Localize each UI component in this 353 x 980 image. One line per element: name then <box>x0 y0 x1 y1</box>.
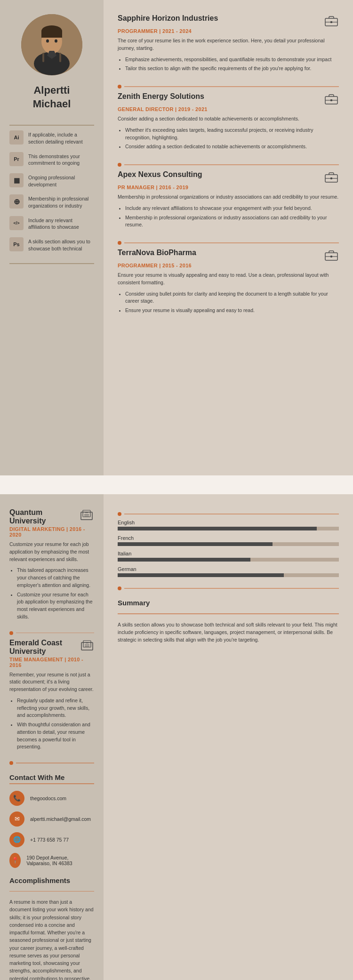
lang-item-1: French <box>118 535 339 546</box>
contact-email: ✉ alpertti.michael@gmail.com <box>9 811 94 827</box>
edu-dot-divider-0 <box>9 631 94 635</box>
job-desc-2: Membership in professional organizations… <box>118 193 339 201</box>
edu-icon-1 <box>80 639 94 652</box>
dot-bar-2 <box>124 242 339 243</box>
lang-bar-bg-2 <box>118 558 339 562</box>
job-entry-2: Apex Nexus Consulting PR MANAGER | 2016 … <box>118 170 339 229</box>
summary-section: Summary A skills section allows you to s… <box>118 599 339 643</box>
briefcase-icon-3 <box>324 249 339 262</box>
briefcase-icon-1 <box>324 92 339 105</box>
bullet-1-0: Whether it's exceeding sales targets, le… <box>125 127 339 142</box>
lang-bar-bg-1 <box>118 542 339 546</box>
right-dot-bar-top <box>124 514 339 514</box>
right-dot-divider-top <box>118 512 339 516</box>
edu-dot-divider-1 <box>9 761 94 765</box>
lang-label-2: Italian <box>118 551 339 556</box>
accomplishments-text: A resume is more than just a document li… <box>9 898 94 980</box>
job-role-0: PROGRAMMER | 2021 - 2024 <box>118 28 339 34</box>
lang-item-0: English <box>118 520 339 530</box>
location-icon: 📍 <box>9 853 21 868</box>
job-header-2: Apex Nexus Consulting <box>118 170 339 184</box>
svg-rect-13 <box>330 21 332 23</box>
svg-rect-9 <box>42 53 44 62</box>
contact-website: 📞 thegoodocs.com <box>9 791 94 806</box>
job-company-0: Sapphire Horizon Industries <box>118 14 218 23</box>
edu-dot-bar-1 <box>16 763 94 763</box>
bullet-3-1: Ensure your resume is visually appealing… <box>125 307 339 314</box>
contact-address-text: 190 Depot Avenue, Valparaiso, IN 46383 <box>26 855 94 866</box>
skill-icon-code: </> <box>9 216 24 230</box>
page-2: Quantum University DIGITAL MARKETING | 2… <box>0 494 353 980</box>
briefcase-icon-0 <box>324 14 339 27</box>
job-bullets-1: Whether it's exceeding sales targets, le… <box>118 127 339 151</box>
job-role-3: PROGRAMMER | 2015 - 2016 <box>118 263 339 268</box>
bullet-2-1: Membership in professional organizations… <box>125 214 339 229</box>
job-entry-1: Zenith Energy Solutions GENERAL DIRECTOR… <box>118 92 339 151</box>
skill-text-1: This demonstrates your commitment to ong… <box>28 152 94 167</box>
edu-degree-0: DIGITAL MARKETING | 2016 - 2020 <box>9 526 94 538</box>
svg-point-6 <box>46 40 49 43</box>
edu-dot-0 <box>9 631 13 635</box>
skill-item-1: Pr This demonstrates your commitment to … <box>9 152 94 167</box>
lang-label-3: German <box>118 566 339 572</box>
dot-0 <box>118 85 121 88</box>
job-company-3: TerraNova BioPharma <box>118 249 196 257</box>
main-content: Sapphire Horizon Industries PROGRAMMER |… <box>104 0 353 475</box>
dot-bar-0 <box>124 86 339 87</box>
edu-bullet-0-1: Customize your resume for each job appli… <box>17 591 94 621</box>
job-role-1: GENERAL DIRECTOR | 2019 - 2021 <box>118 106 339 112</box>
sidebar-divider-bottom <box>9 263 94 264</box>
edu-entry-1: Emerald Coast University TIME MANAGEMENT… <box>9 639 94 751</box>
bullet-0-0: Emphasize achievements, responsibilities… <box>125 56 339 64</box>
contact-phone: 🌐 +1 773 658 75 77 <box>9 832 94 847</box>
lang-label-0: English <box>118 520 339 525</box>
svg-rect-5 <box>41 31 62 38</box>
summary-title: Summary <box>118 599 339 607</box>
main-content-2: English French Italian German <box>104 494 353 980</box>
job-company-2: Apex Nexus Consulting <box>118 170 202 179</box>
skill-icon-pr: Pr <box>9 152 24 166</box>
edu-degree-1: TIME MANAGEMENT | 2010 - 2016 <box>9 657 94 668</box>
job-company-1: Zenith Energy Solutions <box>118 92 204 101</box>
skill-icon-figma: ⊕ <box>9 194 24 209</box>
job-entry-3: TerraNova BioPharma PROGRAMMER | 2015 - … <box>118 249 339 314</box>
skill-item-2: ▦ Ongoing professional development <box>9 173 94 188</box>
edu-icon-0 <box>80 508 94 522</box>
skill-icon-ai: Ai <box>9 130 24 145</box>
avatar <box>21 14 82 75</box>
edu-bullets-0: This tailored approach increases your ch… <box>9 567 94 620</box>
skill-icon-ps: Ps <box>9 237 24 251</box>
contact-section: Contact With Me 📞 thegoodocs.com ✉ alper… <box>9 773 94 868</box>
job-entry-0: Sapphire Horizon Industries PROGRAMMER |… <box>118 14 339 72</box>
job-header-3: TerraNova BioPharma <box>118 249 339 262</box>
phone-icon: 📞 <box>9 791 24 806</box>
skill-text-3: Membership in professional organizations… <box>28 194 94 209</box>
page-1: Alpertti Michael Ai If applicable, inclu… <box>0 0 353 475</box>
right-dot-top <box>118 512 121 516</box>
job-header-1: Zenith Energy Solutions <box>118 92 339 105</box>
edu-dot-bar-0 <box>16 633 94 634</box>
skill-text-5: A skills section allows you to showcase … <box>28 237 94 252</box>
svg-point-7 <box>55 40 57 43</box>
job-bullets-3: Consider using bullet points for clarity… <box>118 290 339 314</box>
edu-bullet-0-0: This tailored approach increases your ch… <box>17 567 94 589</box>
contact-divider <box>9 783 94 784</box>
edu-header-1: Emerald Coast University <box>9 639 94 656</box>
svg-rect-22 <box>330 256 332 257</box>
person-name: Alpertti Michael <box>33 84 71 111</box>
lang-bar-fill-0 <box>118 527 317 530</box>
languages-section: English French Italian German <box>118 520 339 577</box>
job-role-2: PR MANAGER | 2016 - 2019 <box>118 185 339 190</box>
job-desc-0: The core of your resume lies in the work… <box>118 37 339 52</box>
edu-desc-1: Remember, your resume is not just a stat… <box>9 671 94 693</box>
edu-bullet-1-0: Regularly update and refine it, reflecti… <box>17 697 94 719</box>
briefcase-icon-2 <box>324 170 339 184</box>
job-desc-3: Ensure your resume is visually appealing… <box>118 272 339 287</box>
dot-divider-0 <box>118 85 339 88</box>
svg-rect-16 <box>330 99 332 101</box>
skill-item-0: Ai If applicable, include a section deta… <box>9 130 94 145</box>
job-bullets-0: Emphasize achievements, responsibilities… <box>118 56 339 73</box>
lang-label-1: French <box>118 535 339 541</box>
skill-text-4: Include any relevant affiliations to sho… <box>28 216 94 231</box>
edu-bullets-1: Regularly update and refine it, reflecti… <box>9 697 94 751</box>
